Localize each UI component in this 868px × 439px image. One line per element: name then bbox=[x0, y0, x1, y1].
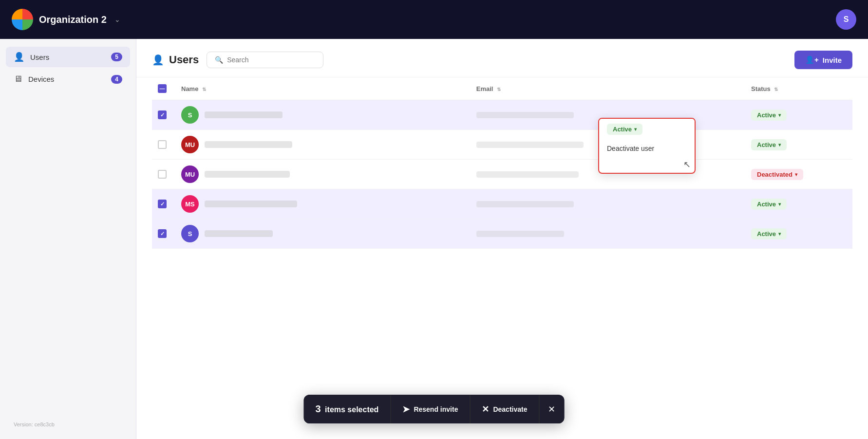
items-selected-label: items selected bbox=[325, 405, 378, 414]
status-chevron-icon: ▾ bbox=[795, 172, 797, 177]
table-body: SActive▾MUActive▾MUDeactivated▾MSActive▾… bbox=[152, 100, 852, 249]
row-5-checkbox[interactable] bbox=[158, 229, 167, 238]
deactivate-icon: ✕ bbox=[482, 404, 489, 415]
status-text: Active bbox=[757, 111, 776, 119]
row-email-cell bbox=[471, 189, 745, 219]
row-3-checkbox[interactable] bbox=[158, 170, 167, 179]
deactivate-label: Deactivate bbox=[493, 405, 527, 413]
org-chevron-icon[interactable]: ⌄ bbox=[114, 16, 120, 23]
user-avatar: MS bbox=[181, 195, 199, 213]
table-row: MUActive▾ bbox=[152, 130, 852, 160]
dropdown-active-status[interactable]: Active ▾ bbox=[607, 124, 642, 135]
header-left: 👤 Users 🔍 bbox=[152, 52, 323, 68]
navbar-left: Organization 2 ⌄ bbox=[12, 9, 120, 30]
cursor-icon: ↖ bbox=[683, 160, 691, 169]
row-checkbox-cell bbox=[152, 130, 175, 160]
status-chevron-icon: ▾ bbox=[778, 201, 781, 207]
th-name-label: Name bbox=[181, 85, 198, 92]
row-email-cell bbox=[471, 219, 745, 249]
status-text: Active bbox=[757, 230, 776, 238]
name-sort-icon: ⇅ bbox=[202, 87, 206, 92]
row-1-status-btn[interactable]: Active▾ bbox=[751, 110, 787, 121]
row-name-cell: MU bbox=[175, 160, 471, 189]
page-title-icon: 👤 bbox=[152, 54, 164, 66]
navbar-right: S bbox=[836, 9, 856, 30]
user-avatar-nav[interactable]: S bbox=[836, 9, 856, 30]
main-content: 👤 Users 🔍 👤+ Invite bbox=[136, 39, 868, 439]
table-header: Name ⇅ Email ⇅ Status ⇅ bbox=[152, 77, 852, 100]
row-name-cell: MS bbox=[175, 189, 471, 219]
deactivate-user-label: Deactivate user bbox=[607, 145, 654, 152]
row-status-cell: Active▾ bbox=[745, 130, 852, 160]
org-name: Organization 2 bbox=[39, 14, 107, 25]
dropdown-header: Active ▾ bbox=[599, 119, 695, 140]
sidebar: 👤 Users 5 🖥 Devices 4 Version: ce8c3cb bbox=[0, 39, 136, 439]
navbar: Organization 2 ⌄ S bbox=[0, 0, 868, 39]
row-3-status-btn[interactable]: Deactivated▾ bbox=[751, 169, 803, 180]
table-row: MUDeactivated▾ bbox=[152, 160, 852, 189]
user-avatar: S bbox=[181, 225, 199, 242]
email-sort-icon: ⇅ bbox=[497, 87, 501, 92]
devices-icon: 🖥 bbox=[14, 74, 22, 84]
table-row: SActive▾ bbox=[152, 100, 852, 130]
user-email-blurred bbox=[476, 201, 574, 207]
row-2-checkbox[interactable] bbox=[158, 140, 167, 149]
search-input[interactable] bbox=[227, 56, 315, 64]
row-checkbox-cell bbox=[152, 189, 175, 219]
resend-invite-label: Resend invite bbox=[414, 405, 458, 413]
table-row: SActive▾ bbox=[152, 219, 852, 249]
table-container: Name ⇅ Email ⇅ Status ⇅ SAct bbox=[136, 77, 868, 439]
invite-button[interactable]: 👤+ Invite bbox=[794, 51, 852, 69]
th-email[interactable]: Email ⇅ bbox=[471, 77, 745, 100]
sidebar-devices-label: Devices bbox=[28, 75, 105, 83]
sidebar-nav: 👤 Users 5 🖥 Devices 4 bbox=[6, 47, 130, 89]
th-checkbox bbox=[152, 77, 175, 100]
devices-badge: 4 bbox=[111, 75, 122, 84]
status-text: Deactivated bbox=[757, 171, 793, 178]
user-name-blurred bbox=[205, 141, 292, 148]
sidebar-version: Version: ce8c3cb bbox=[6, 418, 130, 431]
user-avatar: S bbox=[181, 106, 199, 124]
deactivate-user-item[interactable]: Deactivate user bbox=[599, 140, 695, 157]
row-5-status-btn[interactable]: Active▾ bbox=[751, 228, 787, 239]
deactivate-button[interactable]: ✕ Deactivate bbox=[470, 395, 539, 423]
row-1-checkbox[interactable] bbox=[158, 110, 167, 119]
search-box[interactable]: 🔍 bbox=[207, 52, 323, 68]
user-email-blurred bbox=[476, 231, 564, 237]
th-status[interactable]: Status ⇅ bbox=[745, 77, 852, 100]
search-icon: 🔍 bbox=[215, 56, 223, 64]
items-selected-section: 3 items selected bbox=[304, 395, 391, 423]
status-text: Active bbox=[757, 201, 776, 208]
status-chevron-icon: ▾ bbox=[778, 142, 781, 147]
content-header: 👤 Users 🔍 👤+ Invite bbox=[136, 39, 868, 77]
row-name-cell: MU bbox=[175, 130, 471, 160]
users-table: Name ⇅ Email ⇅ Status ⇅ SAct bbox=[152, 77, 852, 249]
close-icon: ✕ bbox=[548, 404, 555, 414]
status-dropdown-popup: Active ▾ Deactivate user ↖ bbox=[598, 118, 696, 174]
select-all-checkbox[interactable] bbox=[158, 84, 167, 93]
table-row: MSActive▾ bbox=[152, 189, 852, 219]
sidebar-item-devices[interactable]: 🖥 Devices 4 bbox=[6, 69, 130, 89]
row-status-cell: Active▾ bbox=[745, 189, 852, 219]
sidebar-item-users[interactable]: 👤 Users 5 bbox=[6, 47, 130, 67]
resend-invite-button[interactable]: ➤ Resend invite bbox=[390, 395, 470, 423]
row-2-status-btn[interactable]: Active▾ bbox=[751, 139, 787, 150]
page-title: 👤 Users bbox=[152, 54, 199, 66]
close-bar-button[interactable]: ✕ bbox=[539, 395, 564, 423]
row-checkbox-cell bbox=[152, 100, 175, 130]
user-email-blurred bbox=[476, 112, 574, 118]
row-4-status-btn[interactable]: Active▾ bbox=[751, 199, 787, 210]
user-email-blurred bbox=[476, 142, 584, 148]
user-name-blurred bbox=[205, 230, 273, 237]
status-text: Active bbox=[757, 141, 776, 148]
row-checkbox-cell bbox=[152, 160, 175, 189]
user-name-blurred bbox=[205, 111, 283, 118]
dropdown-chevron-icon: ▾ bbox=[634, 127, 637, 132]
app-body: 👤 Users 5 🖥 Devices 4 Version: ce8c3cb 👤… bbox=[0, 39, 868, 439]
row-4-checkbox[interactable] bbox=[158, 200, 167, 208]
users-badge: 5 bbox=[111, 53, 122, 61]
resend-icon: ➤ bbox=[402, 404, 410, 415]
th-name[interactable]: Name ⇅ bbox=[175, 77, 471, 100]
users-icon: 👤 bbox=[14, 52, 24, 62]
user-email-blurred bbox=[476, 171, 579, 178]
